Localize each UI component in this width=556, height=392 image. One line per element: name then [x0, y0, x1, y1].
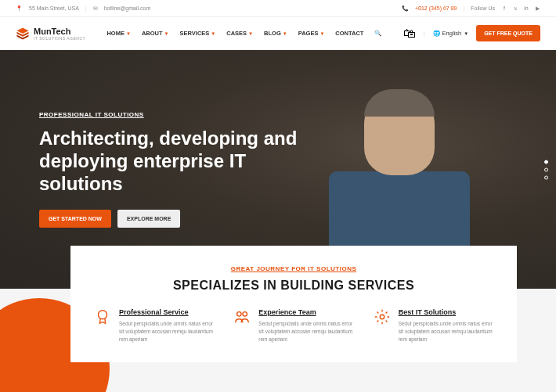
- nav-cases[interactable]: CASES▼: [226, 30, 253, 37]
- nav-pages[interactable]: PAGES▼: [298, 30, 325, 37]
- address: 55 Main Street, USA: [29, 5, 79, 11]
- cart-icon[interactable]: 🛍: [403, 27, 416, 41]
- service-card: Professional Service Sedut perspiciatis …: [94, 308, 214, 343]
- service-card: Experience Team Sedut perspiciatis unde …: [233, 308, 353, 343]
- service-name[interactable]: Professional Service: [119, 308, 214, 316]
- pin-icon: 📍: [16, 5, 23, 12]
- nav-blog[interactable]: BLOG▼: [264, 30, 287, 37]
- email: hotline@gmail.com: [104, 5, 151, 11]
- svg-point-0: [99, 311, 107, 319]
- service-name[interactable]: Experience Team: [258, 308, 353, 316]
- slider-dot[interactable]: [544, 167, 548, 171]
- language-selector[interactable]: 🌐 English ▼: [433, 30, 469, 37]
- nav-menu: HOME▼ ABOUT▼ SERVICES▼ CASES▼ BLOG▼ PAGE…: [107, 30, 381, 37]
- nav-contact[interactable]: CONTACT: [335, 30, 363, 37]
- facebook-icon[interactable]: f: [501, 5, 507, 12]
- hero-title: Architecting, developing and deploying e…: [39, 128, 313, 195]
- quote-button[interactable]: GET FREE QUOTE: [476, 25, 540, 41]
- youtube-icon[interactable]: ▶: [534, 5, 540, 12]
- linkedin-icon[interactable]: in: [523, 5, 529, 12]
- mail-icon: ✉: [93, 5, 98, 12]
- services-section: GREAT JOURNEY FOR IT SOLUTIONS SPECIALIZ…: [70, 246, 517, 362]
- follow-label: Follow Us: [471, 5, 495, 11]
- service-desc: Sedut perspiciatis unde omnis natus erro…: [399, 320, 493, 343]
- slider-dots: [544, 160, 548, 179]
- navbar: MunTech IT SOLUTIONS AGENCY HOME▼ ABOUT▼…: [0, 17, 556, 50]
- logo[interactable]: MunTech IT SOLUTIONS AGENCY: [16, 27, 85, 41]
- team-icon: [233, 308, 251, 325]
- service-name[interactable]: Best IT Solutions: [399, 308, 493, 316]
- chevron-down-icon: ▼: [464, 31, 468, 36]
- nav-home[interactable]: HOME▼: [107, 30, 130, 37]
- slider-dot[interactable]: [544, 160, 548, 164]
- cta-primary-button[interactable]: GET STARTED NOW: [39, 210, 111, 228]
- gear-icon: [374, 308, 391, 325]
- services-eyebrow: GREAT JOURNEY FOR IT SOLUTIONS: [94, 265, 493, 272]
- brand-name: MunTech: [34, 27, 85, 36]
- topbar: 📍 55 Main Street, USA | ✉ hotline@gmail.…: [0, 0, 556, 17]
- svg-point-3: [380, 315, 385, 319]
- service-desc: Sedut perspiciatis unde omnis natus erro…: [258, 320, 353, 343]
- svg-point-1: [237, 312, 242, 317]
- nav-about[interactable]: ABOUT▼: [142, 30, 169, 37]
- svg-point-2: [243, 312, 247, 317]
- phone-icon: 📞: [402, 5, 409, 12]
- service-card: Best IT Solutions Sedut perspiciatis und…: [374, 308, 493, 343]
- service-desc: Sedut perspiciatis unde omnis natus erro…: [119, 320, 214, 343]
- badge-icon: [94, 308, 111, 325]
- logo-icon: [16, 27, 30, 41]
- nav-services[interactable]: SERVICES▼: [180, 30, 216, 37]
- twitter-icon[interactable]: 𝕩: [512, 5, 518, 12]
- cta-secondary-button[interactable]: EXPLORE MORE: [117, 210, 180, 228]
- hero-eyebrow: PROFESSIONAL IT SOLUTIONS: [39, 111, 313, 118]
- brand-tagline: IT SOLUTIONS AGENCY: [34, 36, 85, 41]
- globe-icon: 🌐: [433, 30, 440, 37]
- phone[interactable]: +012 (345) 67 89: [415, 5, 457, 11]
- slider-dot[interactable]: [544, 175, 548, 179]
- services-title: SPECIALIZES IN BUILDING SERVICES: [94, 279, 493, 293]
- search-icon[interactable]: 🔍: [374, 30, 381, 37]
